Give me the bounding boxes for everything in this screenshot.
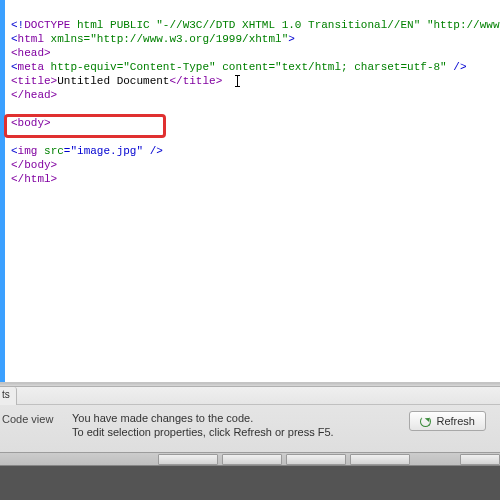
code-token: src xyxy=(44,145,64,157)
toolbar-segment[interactable] xyxy=(460,454,500,465)
code-token: xmlns="http://www.w3.org/1999/xhtml" xyxy=(44,33,288,45)
code-token: < xyxy=(11,145,18,157)
view-mode-label: Code view xyxy=(2,411,72,425)
code-token: Untitled Document xyxy=(57,75,169,87)
panel-message: You have made changes to the code. To ed… xyxy=(72,411,409,439)
code-token: /> xyxy=(453,61,466,73)
code-token: <body> xyxy=(11,117,51,129)
refresh-icon xyxy=(420,416,431,427)
toolbar-segment[interactable] xyxy=(286,454,346,465)
code-token: </html> xyxy=(11,173,57,185)
text-cursor-icon xyxy=(235,74,241,88)
code-token: html xyxy=(18,33,44,45)
panel-body: Code view You have made changes to the c… xyxy=(0,405,500,439)
code-token: <! xyxy=(11,19,24,31)
toolbar-strip xyxy=(0,452,500,466)
toolbar-segment[interactable] xyxy=(222,454,282,465)
code-token: "image.jpg" xyxy=(70,145,143,157)
code-token: > xyxy=(288,33,295,45)
code-token: < xyxy=(11,61,18,73)
code-token: /> xyxy=(143,145,163,157)
panel-tab-row: ts xyxy=(0,387,500,405)
panel-message-line1: You have made changes to the code. xyxy=(72,411,409,425)
code-token: DOCTYPE xyxy=(24,19,70,31)
refresh-button-label: Refresh xyxy=(436,415,475,427)
code-token: </head> xyxy=(11,89,57,101)
code-token: http-equiv="Content-Type" content="text/… xyxy=(44,61,453,73)
code-token: </body> xyxy=(11,159,57,171)
code-token: meta xyxy=(18,61,44,73)
properties-panel: ts Code view You have made changes to th… xyxy=(0,382,500,452)
code-token: <title> xyxy=(11,75,57,87)
toolbar-segment[interactable] xyxy=(350,454,410,465)
refresh-button[interactable]: Refresh xyxy=(409,411,486,431)
bottom-bar xyxy=(0,466,500,500)
code-token: html PUBLIC "-//W3C//DTD XHTML 1.0 Trans… xyxy=(70,19,500,31)
code-token: </title> xyxy=(169,75,222,87)
code-editor[interactable]: <!DOCTYPE html PUBLIC "-//W3C//DTD XHTML… xyxy=(0,0,500,382)
panel-tab[interactable]: ts xyxy=(0,387,17,405)
toolbar-segment[interactable] xyxy=(158,454,218,465)
code-token: < xyxy=(11,33,18,45)
code-token: img xyxy=(18,145,38,157)
code-token: <head> xyxy=(11,47,51,59)
panel-message-line2: To edit selection properties, click Refr… xyxy=(72,425,409,439)
